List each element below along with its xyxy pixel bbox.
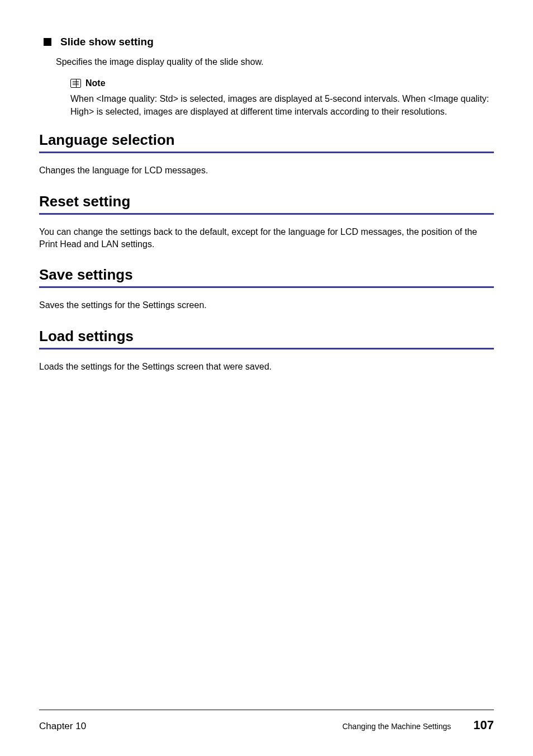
- section-heading: Reset setting: [39, 193, 494, 215]
- page-footer: Chapter 10 Changing the Machine Settings…: [39, 710, 494, 733]
- subsection-title: Slide show setting: [60, 36, 154, 48]
- section-body: You can change the settings back to the …: [39, 226, 494, 251]
- page-content: Slide show setting Specifies the image d…: [0, 0, 533, 373]
- section-reset-setting: Reset setting You can change the setting…: [39, 193, 494, 251]
- footer-chapter: Chapter 10: [39, 721, 86, 732]
- section-heading: Language selection: [39, 131, 494, 153]
- section-language-selection: Language selection Changes the language …: [39, 131, 494, 177]
- subsection-body: Specifies the image display quality of t…: [56, 56, 494, 68]
- section-body: Loads the settings for the Settings scre…: [39, 361, 494, 373]
- section-load-settings: Load settings Loads the settings for the…: [39, 328, 494, 373]
- note-header: Note: [70, 78, 494, 88]
- footer-right: Changing the Machine Settings 107: [342, 718, 494, 733]
- note-text: When <Image quality: Std> is selected, i…: [70, 93, 494, 118]
- note-label: Note: [85, 78, 106, 88]
- subsection-header: Slide show setting: [39, 36, 494, 48]
- section-heading: Load settings: [39, 328, 494, 349]
- section-save-settings: Save settings Saves the settings for the…: [39, 266, 494, 311]
- footer-section-name: Changing the Machine Settings: [342, 722, 451, 731]
- section-heading: Save settings: [39, 266, 494, 288]
- section-body: Changes the language for LCD messages.: [39, 164, 494, 177]
- section-body: Saves the settings for the Settings scre…: [39, 299, 494, 311]
- footer-page-number: 107: [473, 718, 494, 733]
- note-icon: [70, 79, 81, 88]
- square-bullet-icon: [44, 38, 51, 46]
- note-block: Note When <Image quality: Std> is select…: [70, 78, 494, 118]
